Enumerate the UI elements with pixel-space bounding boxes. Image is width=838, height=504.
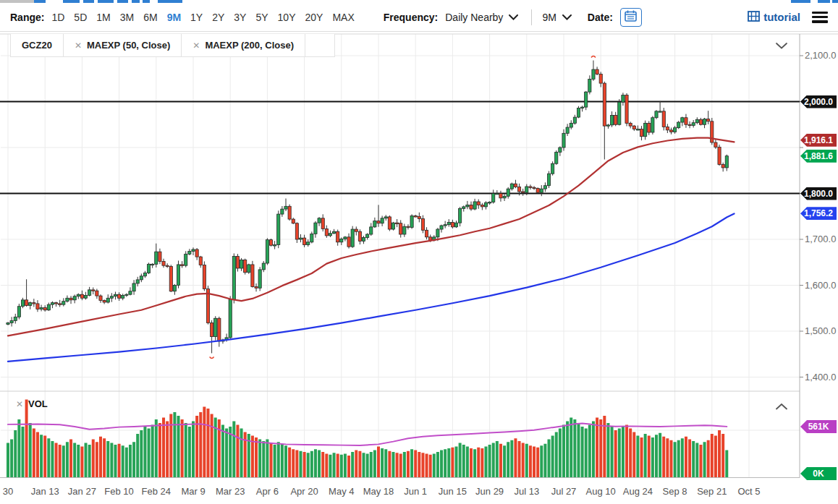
date-axis-label: Jun 1	[404, 486, 427, 497]
volume-legend: ✕ VOL	[16, 398, 48, 409]
date-axis-label: Apr 6	[256, 486, 279, 497]
volume-ma-badge: 561K	[800, 420, 837, 433]
price-axis-label: 1,600.0	[805, 280, 836, 291]
remove-ma50-icon[interactable]: ✕	[75, 40, 82, 51]
volume-label: VOL	[28, 398, 48, 409]
date-axis-label: Feb 24	[142, 486, 171, 497]
price-chart-canvas[interactable]	[0, 0, 838, 504]
date-axis-label: Sep 8	[663, 486, 687, 497]
symbol-label: GCZ20	[22, 40, 52, 51]
price-axis-label: 2,100.0	[805, 50, 836, 61]
date-axis-label: Jul 27	[551, 486, 577, 497]
ma50-legend-item[interactable]: ✕ MAEXP (50, Close)	[64, 34, 182, 56]
hline-value-badge: 2,000.0	[800, 95, 837, 108]
collapse-price-pane-icon[interactable]	[776, 39, 787, 52]
date-axis-label: Mar 23	[216, 486, 245, 497]
symbol-legend-item[interactable]: GCZ20	[11, 34, 64, 56]
date-axis-label: Feb 10	[104, 486, 133, 497]
collapse-volume-pane-icon[interactable]	[776, 400, 787, 413]
ma50-label: MAEXP (50, Close)	[87, 40, 170, 51]
date-axis-label: Apr 20	[290, 486, 318, 497]
date-axis-label: Aug 10	[586, 486, 616, 497]
chart-legend: GCZ20 ✕ MAEXP (50, Close) ✕ MAEXP (200, …	[10, 34, 335, 57]
date-axis-label: Aug 24	[623, 486, 653, 497]
date-axis-label: Oct 5	[737, 486, 760, 497]
date-axis-label: 30	[3, 486, 13, 497]
date-axis-label: May 4	[329, 486, 354, 497]
remove-ma200-icon[interactable]: ✕	[192, 40, 200, 51]
ma200-legend-item[interactable]: ✕ MAEXP (200, Close)	[182, 34, 305, 56]
legend-spacer	[305, 34, 335, 56]
ma200-value-badge: 1,756.2	[800, 207, 837, 220]
ma50-value-badge: 1,916.1	[800, 134, 837, 147]
volume-value-badge: 0K	[800, 467, 837, 480]
date-axis-label: Jan 13	[31, 486, 59, 497]
price-axis-label: 1,400.0	[805, 372, 836, 383]
hline-value-badge: 1,800.0	[800, 187, 837, 200]
date-axis-label: Jun 29	[475, 486, 504, 497]
date-axis-label: Jan 27	[68, 486, 96, 497]
ma200-label: MAEXP (200, Close)	[205, 40, 294, 51]
remove-volume-icon[interactable]: ✕	[16, 399, 23, 409]
date-axis-label: Mar 9	[181, 486, 205, 497]
date-axis-label: Sep 21	[697, 486, 727, 497]
price-axis-label: 1,700.0	[805, 234, 836, 244]
price-axis-label: 1,500.0	[805, 325, 836, 336]
date-axis-label: May 18	[363, 486, 394, 497]
date-axis-label: Jun 15	[439, 486, 467, 497]
last-price-badge: 1,881.6	[800, 150, 837, 163]
date-axis-label: Jul 13	[514, 486, 539, 497]
